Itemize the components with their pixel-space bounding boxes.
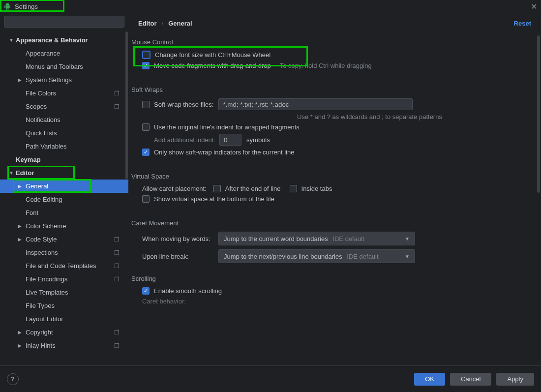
- sidebar-item-color-scheme[interactable]: Color Scheme: [0, 219, 128, 233]
- reset-link[interactable]: Reset: [514, 20, 531, 27]
- label-allow-caret: Allow caret placement:: [142, 185, 207, 192]
- label-softwrap-current-line: Only show soft-wrap indicators for the c…: [154, 149, 294, 156]
- close-icon[interactable]: ✕: [531, 2, 537, 11]
- breadcrumb-general: General: [168, 20, 192, 27]
- sidebar-item-inspections[interactable]: Inspections❐: [0, 246, 128, 259]
- label-by-words: When moving by words:: [142, 235, 218, 242]
- sidebar-item-file-code-templates[interactable]: File and Code Templates❐: [0, 259, 128, 272]
- section-soft-wraps: Soft Wraps: [131, 86, 529, 93]
- settings-tree[interactable]: Appearance & Behavior Appearance Menus a…: [0, 31, 128, 365]
- project-scope-icon: ❐: [114, 329, 120, 336]
- select-line-break[interactable]: Jump to the next/previous line boundarie…: [218, 249, 415, 263]
- breadcrumb-editor[interactable]: Editor: [138, 20, 157, 27]
- checkbox-show-virtual-bottom[interactable]: [142, 195, 150, 203]
- sidebar-item-appearance[interactable]: Appearance: [0, 47, 128, 60]
- sidebar-item-menus-toolbars[interactable]: Menus and Toolbars: [0, 60, 128, 73]
- project-scope-icon: ❐: [114, 263, 120, 270]
- checkbox-after-eol[interactable]: [213, 185, 221, 192]
- label-use-original-indent: Use the original line's indent for wrapp…: [154, 123, 300, 131]
- label-symbols: symbols: [246, 136, 270, 144]
- sidebar-item-quick-lists[interactable]: Quick Lists: [0, 126, 128, 140]
- label-move-code-drag: Move code fragments with drag-and-drop: [154, 62, 271, 69]
- content-scrollbar[interactable]: [537, 35, 540, 193]
- label-add-indent: Add additional indent:: [154, 136, 215, 144]
- sidebar-item-editor[interactable]: Editor: [0, 166, 128, 180]
- checkbox-soft-wrap-files[interactable]: [142, 101, 150, 108]
- chevron-right-icon: ›: [162, 20, 164, 26]
- sidebar-item-layout-editor[interactable]: Layout Editor: [0, 312, 128, 326]
- project-scope-icon: ❐: [114, 276, 120, 283]
- section-caret-movement: Caret Movement: [131, 219, 529, 227]
- sidebar-item-file-types[interactable]: File Types: [0, 299, 128, 312]
- project-scope-icon: ❐: [114, 103, 120, 110]
- label-line-break: Upon line break:: [142, 253, 218, 260]
- input-soft-wrap-pattern[interactable]: [218, 98, 413, 110]
- checkbox-inside-tabs[interactable]: [290, 185, 297, 192]
- section-scrolling: Scrolling: [131, 275, 529, 282]
- settings-content: Mouse Control Change font size with Ctrl…: [128, 33, 541, 365]
- checkbox-softwrap-current-line[interactable]: [142, 149, 150, 156]
- label-after-eol: After the end of line: [225, 185, 281, 192]
- settings-sidebar: ⌕▾ Appearance & Behavior Appearance Menu…: [0, 13, 128, 365]
- apply-button[interactable]: Apply: [496, 373, 534, 386]
- sidebar-item-copyright[interactable]: Copyright❐: [0, 326, 128, 339]
- sidebar-item-appearance-behavior[interactable]: Appearance & Behavior: [0, 33, 128, 47]
- label-soft-wrap-files: Soft-wrap these files:: [154, 101, 213, 108]
- sidebar-item-code-editing[interactable]: Code Editing: [0, 193, 128, 206]
- sidebar-item-code-style[interactable]: Code Style❐: [0, 233, 128, 246]
- sidebar-item-keymap[interactable]: Keymap: [0, 153, 128, 166]
- sidebar-item-path-variables[interactable]: Path Variables: [0, 140, 128, 153]
- hint-wildcards: Use * and ? as wildcards and ; to separa…: [210, 113, 529, 121]
- sidebar-item-inlay-hints[interactable]: Inlay Hints❐: [0, 339, 128, 352]
- ok-button[interactable]: OK: [414, 373, 445, 386]
- project-scope-icon: ❐: [114, 249, 120, 256]
- select-by-words[interactable]: Jump to the current word boundaries IDE …: [218, 232, 415, 245]
- sidebar-item-live-templates[interactable]: Live Templates: [0, 286, 128, 299]
- sidebar-item-scopes[interactable]: Scopes❐: [0, 100, 128, 113]
- chevron-down-icon: ▼: [405, 254, 410, 259]
- label-smooth-scrolling: Enable smooth scrolling: [154, 287, 222, 295]
- cancel-button[interactable]: Cancel: [450, 373, 491, 386]
- checkbox-move-code-drag[interactable]: [142, 62, 150, 69]
- search-input[interactable]: [4, 16, 124, 28]
- project-scope-icon: ❐: [114, 342, 120, 349]
- project-scope-icon: ❐: [114, 90, 120, 97]
- sidebar-item-notifications[interactable]: Notifications: [0, 113, 128, 126]
- label-caret-behavior: Caret behavior:: [142, 298, 186, 305]
- help-button[interactable]: ?: [7, 373, 19, 385]
- label-show-virtual-bottom: Show virtual space at the bottom of the …: [154, 195, 274, 203]
- hint-move-code-drag: To copy, hold Ctrl while dragging: [280, 62, 372, 69]
- section-virtual-space: Virtual Space: [131, 173, 529, 180]
- label-change-font-size: Change font size with Ctrl+Mouse Wheel: [155, 51, 270, 59]
- sidebar-item-system-settings[interactable]: System Settings: [0, 73, 128, 87]
- chevron-down-icon: ▼: [405, 236, 410, 241]
- label-inside-tabs: Inside tabs: [301, 185, 332, 192]
- input-add-indent[interactable]: [219, 134, 241, 146]
- checkbox-change-font-size[interactable]: [142, 51, 150, 59]
- checkbox-use-original-indent[interactable]: [142, 123, 150, 131]
- sidebar-item-general[interactable]: General: [0, 180, 128, 193]
- checkbox-smooth-scrolling[interactable]: [142, 287, 150, 295]
- sidebar-item-file-colors[interactable]: File Colors❐: [0, 87, 128, 100]
- android-icon: [4, 3, 11, 10]
- section-mouse-control: Mouse Control: [131, 38, 529, 46]
- sidebar-item-font[interactable]: Font: [0, 206, 128, 219]
- window-title: Settings: [15, 3, 38, 10]
- project-scope-icon: ❐: [114, 236, 120, 243]
- sidebar-item-file-encodings[interactable]: File Encodings❐: [0, 272, 128, 286]
- breadcrumb: Editor › General Reset: [128, 13, 541, 33]
